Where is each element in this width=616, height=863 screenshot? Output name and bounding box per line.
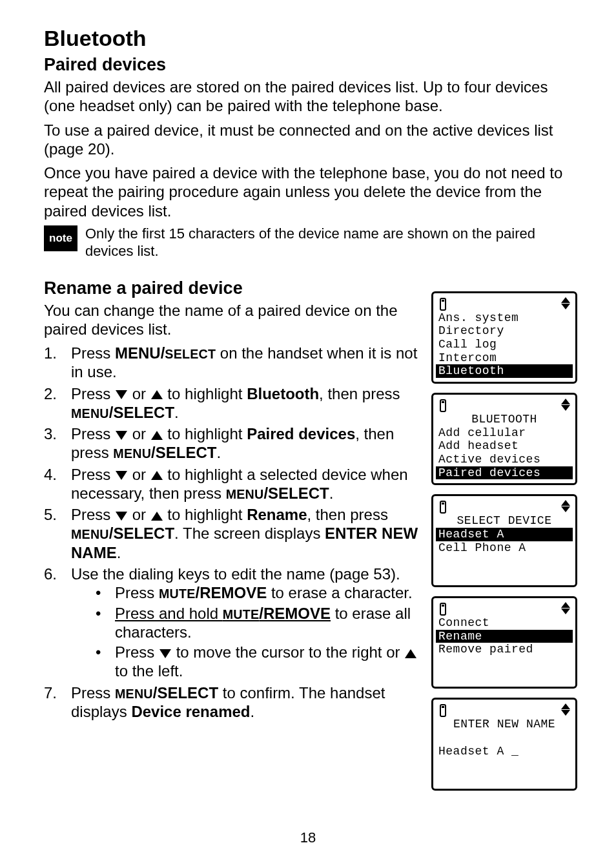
- text: MENU: [113, 446, 151, 461]
- text: /SELECT: [263, 484, 329, 502]
- lcd-line: Add headset: [438, 439, 570, 453]
- down-arrow-icon: [159, 649, 171, 658]
- page-title: Bluetooth: [44, 26, 577, 51]
- text: Paired devices: [247, 425, 355, 442]
- text: /SELECT: [151, 444, 216, 461]
- up-arrow-icon: [151, 512, 163, 521]
- lcd-screen-bluetooth-menu: BLUETOOTH Add cellular Add headset Activ…: [431, 393, 577, 485]
- text: MENU/SELECT: [115, 344, 216, 362]
- lcd-line: [438, 731, 570, 745]
- lcd-screen-select-device: SELECT DEVICE Headset A Cell Phone A: [431, 494, 577, 587]
- text: /REMOVE: [259, 605, 331, 622]
- text: .: [117, 544, 121, 561]
- text: MENU: [226, 487, 264, 501]
- handset-icon: [438, 501, 447, 514]
- text: to highlight: [163, 425, 247, 442]
- text: to highlight: [163, 385, 247, 402]
- lcd-line: Call log: [438, 338, 570, 351]
- text: to erase a character.: [267, 584, 412, 601]
- scroll-arrows-icon: [561, 703, 570, 716]
- lcd-line: Add cellular: [438, 426, 570, 440]
- lcd-line: [438, 670, 570, 683]
- text: Press and hold: [115, 605, 223, 622]
- svg-rect-7: [442, 605, 444, 607]
- text: .: [216, 444, 221, 461]
- lcd-line: [438, 568, 570, 581]
- text: Press: [71, 425, 115, 442]
- down-arrow-icon: [116, 471, 127, 480]
- lcd-title: SELECT DEVICE: [438, 514, 570, 528]
- svg-rect-1: [442, 300, 444, 302]
- svg-rect-9: [442, 706, 444, 708]
- text: .: [250, 703, 254, 720]
- lcd-line: Intercom: [438, 351, 570, 365]
- note-badge: note: [44, 225, 77, 251]
- text: Press: [71, 506, 115, 523]
- list-item: Press or to highlight Bluetooth, then pr…: [44, 384, 425, 422]
- text: MENU: [71, 527, 109, 541]
- down-arrow-icon: [116, 512, 127, 521]
- lcd-title: ENTER NEW NAME: [438, 718, 570, 731]
- scroll-arrows-icon: [561, 399, 570, 411]
- text: /SELECT: [109, 525, 174, 542]
- list-item: Press or to highlight Paired devices, th…: [44, 424, 425, 463]
- text: MUTE: [159, 587, 196, 601]
- text: MUTE: [223, 607, 260, 621]
- list-item: Press to move the cursor to the right or…: [71, 643, 425, 681]
- lcd-line: Active devices: [438, 453, 570, 466]
- text: Press: [71, 466, 115, 483]
- text: Device renamed: [131, 703, 250, 720]
- handset-icon: [438, 298, 447, 311]
- scroll-arrows-icon: [561, 602, 570, 614]
- page-number: 18: [0, 829, 616, 846]
- scroll-arrows-icon: [561, 500, 570, 512]
- svg-rect-5: [442, 503, 444, 504]
- instruction-list: Press MENU/SELECT on the handset when it…: [44, 344, 425, 721]
- list-item: Press or to highlight a selected device …: [44, 465, 425, 503]
- paragraph: You can change the name of a paired devi…: [44, 301, 425, 339]
- lcd-line: Ans. system: [438, 311, 570, 325]
- lcd-line: Cell Phone A: [438, 541, 570, 555]
- handset-icon: [438, 704, 447, 717]
- lcd-line-selected: Bluetooth: [436, 364, 573, 378]
- text: Press: [115, 584, 159, 601]
- section-heading-rename: Rename a paired device: [44, 278, 425, 298]
- text: or: [128, 385, 150, 402]
- up-arrow-icon: [151, 471, 163, 480]
- text: or: [128, 506, 150, 523]
- note-block: note Only the first 15 characters of the…: [44, 225, 577, 260]
- text: , then press: [307, 506, 388, 523]
- text: /SELECT: [109, 404, 174, 421]
- down-arrow-icon: [116, 390, 127, 399]
- lcd-input-value: Headset A _: [438, 745, 570, 758]
- lcd-line-selected: Paired devices: [436, 466, 573, 480]
- paragraph: Once you have paired a device with the t…: [44, 163, 577, 220]
- lcd-line: [438, 656, 570, 670]
- lcd-screen-device-options: Connect Rename Remove paired: [431, 596, 577, 689]
- paragraph: To use a paired device, it must be conne…: [44, 121, 577, 159]
- text: to move the cursor to the right or: [172, 643, 404, 661]
- text: , then press: [319, 385, 400, 402]
- text: .: [329, 484, 334, 502]
- up-arrow-icon: [151, 431, 163, 440]
- lcd-screen-main-menu: Ans. system Directory Call log Intercom …: [431, 291, 577, 384]
- svg-rect-3: [442, 401, 444, 403]
- note-text: Only the first 15 characters of the devi…: [85, 225, 577, 260]
- handset-icon: [438, 399, 447, 412]
- list-item: Use the dialing keys to edit the name (p…: [44, 565, 425, 681]
- lcd-line: [438, 554, 570, 568]
- text: . The screen displays: [174, 525, 325, 542]
- text: Press: [71, 684, 115, 702]
- text: Bluetooth: [247, 385, 319, 402]
- lcd-line: [438, 758, 570, 771]
- text: or: [128, 466, 150, 483]
- lcd-title: BLUETOOTH: [438, 413, 570, 426]
- section-heading-paired-devices: Paired devices: [44, 55, 577, 75]
- paragraph: All paired devices are stored on the pai…: [44, 78, 577, 116]
- lcd-screen-enter-new-name: ENTER NEW NAME Headset A _: [431, 698, 577, 790]
- handset-icon: [438, 603, 447, 616]
- list-item: Press MUTE/REMOVE to erase a character.: [71, 583, 425, 602]
- up-arrow-icon: [151, 390, 163, 399]
- text: MENU: [115, 687, 153, 701]
- text: Rename: [247, 506, 307, 523]
